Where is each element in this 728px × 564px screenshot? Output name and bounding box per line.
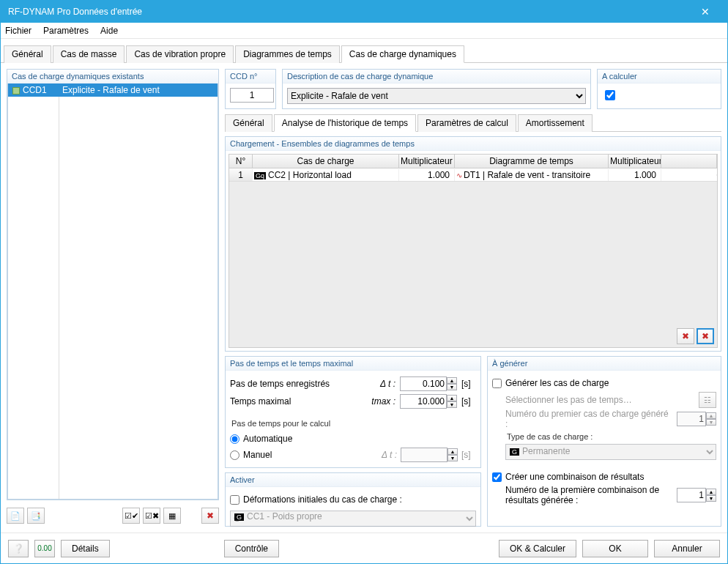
dt2-symbol: Δ t : [371,450,397,460]
delete-button[interactable]: ✖ [201,508,219,524]
wave-icon: ∿ [456,171,462,179]
spin-up-icon[interactable]: ▲ [447,377,457,384]
deform-checkbox[interactable] [230,495,239,505]
menu-params[interactable]: Paramètres [43,26,89,36]
menu-file[interactable]: Fichier [5,26,31,36]
combo-label: Créer une combinaison de résultats [505,472,644,482]
col-td: Diagramme de temps [455,155,609,168]
col-n: N° [229,155,253,168]
calcstep-label: Pas de temps pour le calcul [230,416,476,431]
cell-m2: 1.000 [609,169,661,181]
menubar: Fichier Paramètres Aide [1,23,727,39]
lctype-select [505,444,716,460]
col-mult1: Multiplicateur [399,155,455,168]
tab-vibration[interactable]: Cas de vibration propre [126,45,234,63]
desc-select[interactable]: Explicite - Rafale de vent [287,88,586,104]
cell-n: 1 [229,169,253,181]
firstlc-label: Numéro du premier cas de charge généré : [505,409,672,429]
spin-up-icon: ▲ [447,448,458,455]
tmax-input[interactable] [400,394,447,409]
genlc-label: Générer les cas de charge [505,378,609,388]
cell-lc: CC2 | Horizontal load [268,170,352,180]
check-all-button[interactable]: ☑✔ [122,508,140,524]
deform-lc-select: G [230,511,476,527]
window-title: RF-DYNAM Pro Données d'entrée [8,7,142,17]
spin-up-icon[interactable]: ▲ [447,395,457,401]
tab-general[interactable]: Général [4,45,51,63]
grid-button[interactable]: ▦ [163,508,181,524]
tab-mass[interactable]: Cas de masse [53,45,125,63]
lc-badge: Gq [254,172,266,179]
tmax-unit: [s] [461,396,476,407]
copy-button[interactable]: 📑 [27,508,45,524]
select-steps-button: ☷ [699,392,716,408]
grid-clear-button[interactable]: ✖ [697,328,714,344]
subtab-calc[interactable]: Paramètres de calcul [417,114,516,132]
ccd-id: CCD1 [23,85,47,95]
tab-time-diagrams[interactable]: Diagrammes de temps [235,45,340,63]
subtab-history[interactable]: Analyse de l'historique de temps [274,114,416,132]
deform-label: Déformations initiales du cas de charge … [243,494,402,505]
auto-radio[interactable] [230,434,239,444]
saved-step-label: Pas de temps enregistrés [230,379,365,389]
help-button[interactable]: ❔ [8,540,29,557]
ccdno-label: CCD n° [226,70,275,84]
left-toolbar: 📄 📑 ☑✔ ☑✖ ▦ ✖ [7,505,219,527]
spin-down-icon: ▼ [447,455,458,461]
spin-up-icon[interactable]: ▲ [706,489,716,495]
tmax-symbol: tmax : [369,396,395,407]
generate-title: À générer [488,357,721,371]
firstcombo-input[interactable] [677,488,706,502]
subtab-general[interactable]: Général [225,114,272,132]
subtab-damping[interactable]: Amortissement [518,114,593,132]
desc-label: Description de cas de charge dynamique [283,70,590,84]
lctype-label: Type de cas de charge : [505,429,716,444]
spin-down-icon[interactable]: ▼ [447,384,457,390]
dt-symbol: Δ t : [369,379,395,389]
titlebar: RF-DYNAM Pro Données d'entrée ✕ [1,1,727,23]
dt2-input [401,448,447,462]
col-lc: Cas de charge [253,155,399,168]
acalc-label: A calculer [598,70,721,84]
dt2-unit: [s] [461,450,476,460]
firstcombo-label: Numéro de la première combinaison de rés… [505,485,672,505]
sub-tabs: Général Analyse de l'historique de temps… [225,114,721,132]
cancel-button[interactable]: Annuler [654,540,720,557]
ccdno-input[interactable] [230,88,274,103]
genlc-checkbox[interactable] [492,379,502,388]
menu-help[interactable]: Aide [100,26,118,36]
uncheck-button[interactable]: ☑✖ [143,508,160,524]
load-grid[interactable]: N° Cas de charge Multiplicateur Diagramm… [229,154,718,348]
ok-calc-button[interactable]: OK & Calculer [499,540,576,557]
new-button[interactable]: 📄 [7,508,24,524]
loadtable-title: Chargement - Ensembles de diagrammes de … [226,137,721,151]
manual-radio[interactable] [230,450,239,460]
acalc-checkbox[interactable] [605,90,615,100]
existing-dlc-title: Cas de charge dynamiques existants [7,70,218,84]
firstlc-input [677,412,706,426]
tab-dynamic-load-cases[interactable]: Cas de charge dynamiques [341,45,464,63]
timestep-title: Pas de temps et le temps maximal [226,357,480,371]
auto-label: Automatique [243,434,292,444]
ccd-list-item[interactable]: CCD1 Explicite - Rafale de vent [8,84,218,97]
col-mult2: Multiplicateur [609,155,661,168]
cell-m1: 1.000 [399,169,455,181]
close-icon[interactable]: ✕ [691,6,720,18]
ccd-desc: Explicite - Rafale de vent [59,84,218,97]
cell-td: DT1 | Rafale de vent - transitoire [464,170,590,180]
ccd-list[interactable]: CCD1 Explicite - Rafale de vent [7,84,218,500]
dt-input[interactable] [400,376,447,391]
table-row[interactable]: 1 GqCC2 | Horizontal load 1.000 ∿DT1 | R… [229,168,717,182]
spin-down-icon[interactable]: ▼ [706,495,716,502]
manual-label: Manuel [243,450,272,460]
combo-checkbox[interactable] [492,472,502,482]
activate-title: Activer [226,473,480,487]
units-button[interactable]: 0.00 [34,540,55,557]
ok-button[interactable]: OK [582,540,648,557]
grid-delete-row-button[interactable]: ✖ [677,328,694,344]
details-button[interactable]: Détails [61,540,110,557]
tmax-label: Temps maximal [230,396,365,407]
spin-down-icon[interactable]: ▼ [447,401,457,408]
select-steps-label: Sélectionner les pas de temps… [505,395,694,405]
control-button[interactable]: Contrôle [224,540,279,557]
